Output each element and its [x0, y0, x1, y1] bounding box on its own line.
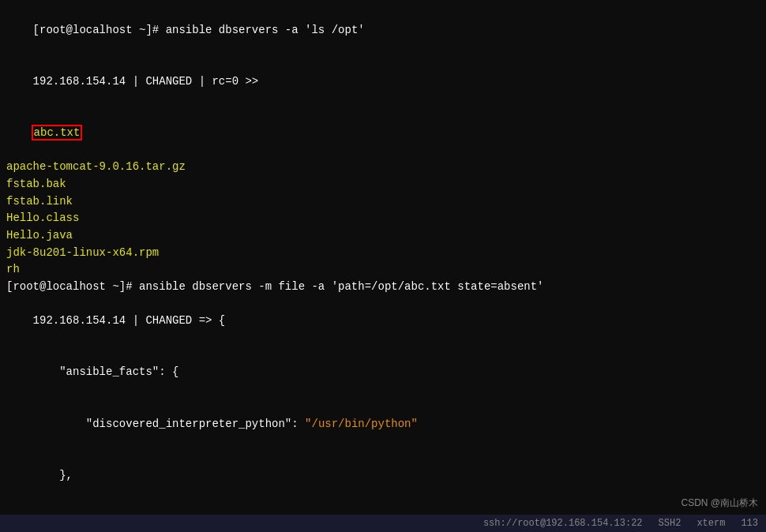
json-value: "/usr/bin/python" — [305, 418, 418, 430]
cols-info: 113 — [741, 518, 758, 529]
command-line: [root@localhost ~]# ansible dbservers -m… — [6, 280, 544, 293]
terminal-line: rh — [6, 261, 760, 279]
terminal-line: }, — [6, 450, 760, 501]
file-listing: Hello.class — [6, 212, 79, 224]
file-listing: rh — [6, 263, 20, 275]
prompt: [root@localhost ~]# ansible dbservers -a… — [33, 24, 365, 36]
json-key: "discovered_interpreter_python": — [33, 418, 305, 430]
terminal-line: 192.168.154.14 | CHANGED => { — [6, 296, 760, 347]
terminal-line: fstab.bak — [6, 176, 760, 193]
terminal-line: [root@localhost ~]# ansible dbservers -m… — [6, 279, 760, 296]
terminal-line: jdk-8u201-linux-x64.rpm — [6, 245, 760, 262]
terminal-line: [root@localhost ~]# ansible dbservers -a… — [6, 5, 760, 56]
file-listing: Hello.java — [6, 229, 73, 242]
json-line: }, — [33, 469, 73, 481]
file-listing: jdk-8u201-linux-x64.rpm — [6, 246, 159, 259]
file-listing: apache-tomcat-9.0.16.tar.gz — [6, 160, 186, 173]
ssh-info: ssh://root@192.168.154.13:22 — [483, 518, 643, 529]
bottom-bar: ssh://root@192.168.154.13:22 SSH2 xterm … — [0, 515, 766, 532]
terminal-line: abc.txt — [6, 107, 760, 159]
changed-text: CHANGED — [145, 75, 192, 88]
ip-text: 192.168.154.14 | — [33, 75, 146, 88]
terminal-line: 192.168.154.14 | CHANGED | rc=0 >> — [6, 56, 760, 107]
json-line: "ansible_facts": { — [33, 365, 179, 378]
terminal-line: Hello.java — [6, 227, 760, 245]
watermark: CSDN @南山桥木 — [681, 496, 758, 510]
session-type: SSH2 — [659, 518, 682, 529]
ip-changed: 192.168.154.14 | CHANGED => { — [33, 314, 226, 327]
terminal-line: Hello.class — [6, 210, 760, 227]
terminal-type: xterm — [697, 518, 725, 529]
file-abctxt: abc.txt — [33, 126, 81, 139]
terminal-line: apache-tomcat-9.0.16.tar.gz — [6, 159, 760, 176]
file-listing: fstab.bak — [6, 178, 66, 190]
terminal-window: [root@localhost ~]# ansible dbservers -a… — [0, 0, 766, 532]
terminal-line: fstab.link — [6, 193, 760, 211]
file-listing: fstab.link — [6, 195, 73, 208]
rc-text: | rc=0 >> — [192, 75, 258, 88]
terminal-line: "discovered_interpreter_python": "/usr/b… — [6, 399, 760, 450]
terminal-line: "ansible_facts": { — [6, 347, 760, 399]
